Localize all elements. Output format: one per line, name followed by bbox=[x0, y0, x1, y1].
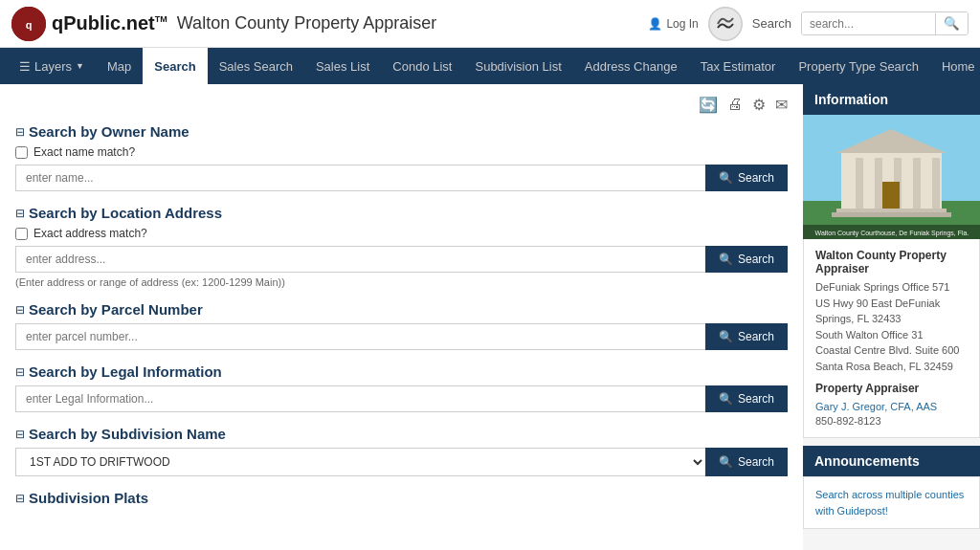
svg-text:Walton County Courthouse, De F: Walton County Courthouse, De Funiak Spri… bbox=[815, 230, 969, 237]
header-search-input[interactable] bbox=[802, 13, 936, 34]
search-icon: 🔍 bbox=[719, 392, 733, 406]
owner-name-section: ⊟ Search by Owner Name Exact name match?… bbox=[15, 123, 788, 191]
info-content: Walton County Property Appraiser DeFunia… bbox=[803, 239, 980, 438]
subdivision-plats-section: ⊟ Subdivision Plats bbox=[15, 490, 788, 506]
appraiser-label: Property Appraiser bbox=[815, 382, 968, 395]
location-address-title: Search by Location Address bbox=[29, 205, 222, 221]
nav-item-condo-list[interactable]: Condo List bbox=[381, 48, 463, 84]
header: q qPublic.netTM Walton County Property A… bbox=[0, 0, 980, 48]
legal-information-toggle[interactable]: ⊟ bbox=[15, 365, 25, 379]
legal-information-header: ⊟ Search by Legal Information bbox=[15, 363, 788, 380]
schwab-logo bbox=[708, 7, 743, 41]
location-address-checkbox-label: Exact address match? bbox=[33, 227, 147, 240]
location-address-toggle[interactable]: ⊟ bbox=[15, 207, 25, 220]
legal-information-search-button[interactable]: 🔍 Search bbox=[705, 385, 788, 412]
header-search-container: 🔍 bbox=[801, 11, 969, 35]
location-address-checkbox-row: Exact address match? bbox=[15, 227, 788, 240]
svg-rect-12 bbox=[882, 182, 900, 210]
svg-rect-14 bbox=[832, 212, 951, 217]
search-icon: 🔍 bbox=[719, 455, 733, 469]
search-icon: 🔍 bbox=[719, 253, 733, 266]
announcements-panel-header: Announcements bbox=[803, 446, 980, 476]
toolbar: 🔄 🖨 ⚙ ✉ bbox=[15, 96, 788, 114]
logo-circle: q bbox=[11, 7, 46, 41]
nav-item-tax-estimator[interactable]: Tax Estimator bbox=[689, 48, 788, 84]
owner-name-toggle[interactable]: ⊟ bbox=[15, 125, 25, 139]
address-text: DeFuniak Springs Office 571 US Hwy 90 Ea… bbox=[815, 279, 968, 374]
owner-name-checkbox-row: Exact name match? bbox=[15, 145, 788, 159]
svg-rect-6 bbox=[856, 158, 863, 210]
owner-name-search-button[interactable]: 🔍 Search bbox=[705, 165, 788, 191]
navigation: ☰ Layers ▼ Map Search Sales Search Sales… bbox=[0, 48, 980, 84]
info-panel-header: Information bbox=[803, 84, 980, 115]
header-search-button[interactable]: 🔍 bbox=[936, 12, 968, 34]
info-image: Walton County Courthouse, De Funiak Spri… bbox=[803, 115, 980, 239]
location-address-search-row: 🔍 Search bbox=[15, 246, 788, 273]
location-address-input[interactable] bbox=[15, 246, 705, 273]
search-icon: 🔍 bbox=[719, 330, 733, 343]
sidebar: Information bbox=[803, 84, 980, 550]
announcements-link[interactable]: Search across multiple counties with Gui… bbox=[815, 489, 964, 517]
owner-name-checkbox-label: Exact name match? bbox=[33, 145, 135, 159]
subdivision-plats-title: Subdivision Plats bbox=[29, 490, 148, 506]
owner-name-header: ⊟ Search by Owner Name bbox=[15, 123, 788, 140]
legal-information-section: ⊟ Search by Legal Information 🔍 Search bbox=[15, 363, 788, 412]
settings-icon[interactable]: ⚙ bbox=[752, 96, 766, 114]
legal-information-title: Search by Legal Information bbox=[29, 363, 222, 380]
nav-item-address-change[interactable]: Address Change bbox=[573, 48, 689, 84]
search-area: 🔄 🖨 ⚙ ✉ ⊟ Search by Owner Name Exact nam… bbox=[0, 84, 803, 550]
nav-item-layers[interactable]: ☰ Layers ▼ bbox=[8, 48, 96, 84]
legal-information-search-row: 🔍 Search bbox=[15, 385, 788, 412]
subdivision-plats-toggle[interactable]: ⊟ bbox=[15, 492, 25, 505]
parcel-number-section: ⊟ Search by Parcel Number 🔍 Search bbox=[15, 301, 788, 350]
parcel-number-header: ⊟ Search by Parcel Number bbox=[15, 301, 788, 318]
subdivision-name-toggle[interactable]: ⊟ bbox=[15, 428, 25, 441]
property-name: Walton County Property Appraiser bbox=[815, 249, 968, 275]
announcements-content: Search across multiple counties with Gui… bbox=[803, 476, 980, 529]
email-icon[interactable]: ✉ bbox=[775, 96, 788, 114]
subdivision-name-search-row: 1ST ADD TO DRIFTWOOD 🔍 Search bbox=[15, 448, 788, 476]
logo: q qPublic.netTM bbox=[11, 7, 167, 41]
svg-rect-7 bbox=[875, 158, 882, 210]
svg-rect-10 bbox=[932, 158, 940, 210]
main-container: 🔄 🖨 ⚙ ✉ ⊟ Search by Owner Name Exact nam… bbox=[0, 84, 980, 550]
parcel-number-search-row: 🔍 Search bbox=[15, 323, 788, 350]
search-icon: 🔍 bbox=[719, 171, 733, 185]
location-address-exact-checkbox[interactable] bbox=[15, 228, 28, 240]
svg-text:q: q bbox=[26, 19, 33, 31]
parcel-number-search-button[interactable]: 🔍 Search bbox=[705, 323, 788, 350]
nav-item-map[interactable]: Map bbox=[96, 48, 143, 84]
nav-item-sales-list[interactable]: Sales List bbox=[304, 48, 381, 84]
appraiser-phone: 850-892-8123 bbox=[815, 415, 881, 427]
nav-item-subdivision-list[interactable]: Subdivision List bbox=[463, 48, 572, 84]
svg-point-2 bbox=[709, 8, 742, 40]
location-address-search-button[interactable]: 🔍 Search bbox=[705, 246, 788, 273]
print-icon[interactable]: 🖨 bbox=[727, 96, 743, 114]
subdivision-name-search-button[interactable]: 🔍 Search bbox=[705, 448, 788, 476]
login-button[interactable]: 👤 Log In bbox=[648, 17, 698, 31]
subdivision-name-section: ⊟ Search by Subdivision Name 1ST ADD TO … bbox=[15, 426, 788, 476]
parcel-number-input[interactable] bbox=[15, 323, 705, 350]
location-address-hint: (Enter address or range of address (ex: … bbox=[15, 276, 788, 288]
nav-item-property-type-search[interactable]: Property Type Search bbox=[787, 48, 930, 84]
svg-rect-9 bbox=[913, 158, 921, 210]
owner-name-exact-checkbox[interactable] bbox=[15, 146, 28, 159]
subdivision-plats-header: ⊟ Subdivision Plats bbox=[15, 490, 788, 506]
owner-name-title: Search by Owner Name bbox=[29, 123, 189, 140]
nav-item-search[interactable]: Search bbox=[143, 48, 207, 84]
nav-item-home[interactable]: Home bbox=[930, 48, 980, 84]
subdivision-name-select[interactable]: 1ST ADD TO DRIFTWOOD bbox=[15, 448, 705, 476]
owner-name-search-row: 🔍 Search bbox=[15, 165, 788, 191]
owner-name-input[interactable] bbox=[15, 165, 705, 191]
subdivision-name-title: Search by Subdivision Name bbox=[29, 426, 226, 442]
subdivision-name-header: ⊟ Search by Subdivision Name bbox=[15, 426, 788, 442]
location-address-section: ⊟ Search by Location Address Exact addre… bbox=[15, 205, 788, 288]
parcel-number-toggle[interactable]: ⊟ bbox=[15, 303, 25, 317]
parcel-number-title: Search by Parcel Number bbox=[29, 301, 203, 318]
nav-item-sales-search[interactable]: Sales Search bbox=[208, 48, 304, 84]
legal-information-input[interactable] bbox=[15, 385, 705, 412]
site-title: Walton County Property Appraiser bbox=[177, 13, 436, 33]
location-address-header: ⊟ Search by Location Address bbox=[15, 205, 788, 221]
refresh-icon[interactable]: 🔄 bbox=[699, 96, 718, 114]
appraiser-link[interactable]: Gary J. Gregor, CFA, AAS bbox=[815, 401, 937, 412]
